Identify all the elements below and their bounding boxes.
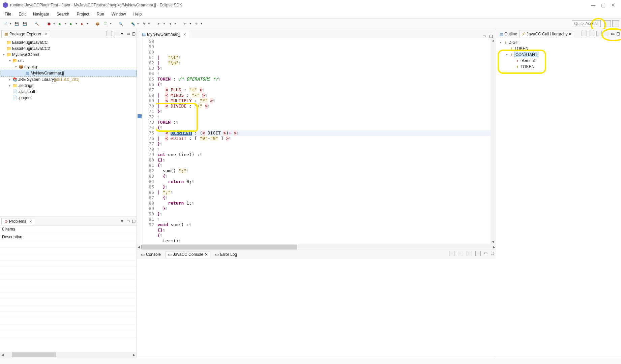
console-display-button[interactable] — [458, 251, 463, 256]
build-button[interactable]: 🔨 — [33, 20, 40, 27]
link-editor-button[interactable] — [114, 31, 119, 36]
collapse-all-button[interactable] — [107, 31, 112, 36]
console-tab-error-log[interactable]: ▭Error Log — [213, 251, 239, 257]
menu-edit[interactable]: Edit — [17, 11, 27, 17]
refresh-button[interactable] — [582, 31, 587, 36]
tree-item-essaipluginjavacc2[interactable]: 📁EssaiPluginJavaCC2 — [0, 46, 137, 52]
problems-column-description[interactable]: Description — [0, 233, 137, 241]
maximize-editor-button[interactable]: ▢ — [489, 34, 493, 38]
menu-project[interactable]: Project — [75, 11, 90, 17]
coverage-button[interactable]: ▶ — [68, 20, 75, 27]
console-tab-console[interactable]: ▭Console — [139, 251, 163, 257]
search-button[interactable]: 🔦 — [129, 20, 136, 27]
console-body[interactable]: ▭ ▢ — [137, 259, 496, 358]
minimize-view-button[interactable]: ▭ — [126, 219, 130, 223]
save-all-button[interactable]: 💾 — [21, 20, 28, 27]
maximize-view-button[interactable]: ▢ — [132, 219, 136, 223]
view-menu-button[interactable]: ▾ — [121, 219, 125, 223]
minimize-button[interactable]: — — [588, 2, 598, 8]
outline-item-token[interactable]: tTOKEN — [497, 46, 620, 52]
problems-icon: ⊘ — [4, 219, 8, 224]
menu-window[interactable]: Window — [110, 11, 127, 17]
maximize-view-button[interactable]: ▢ — [132, 31, 136, 35]
outline-item-constant[interactable]: ▾iCONSTANT — [497, 52, 620, 58]
maximize-button[interactable]: ▢ — [598, 2, 608, 8]
outline-tree[interactable]: ▾iDIGITtTOKEN▾iCONSTANTrelementtTOKEN — [496, 38, 621, 358]
maximize-outline-button[interactable]: ▢ — [616, 31, 620, 35]
save-button[interactable]: 💾 — [13, 20, 20, 27]
history-button[interactable] — [604, 31, 609, 36]
close-icon[interactable]: ✕ — [44, 32, 47, 36]
next-annotation-button[interactable]: ⇥ — [167, 20, 173, 27]
menu-help[interactable]: Help — [132, 11, 143, 17]
package-explorer-tree[interactable]: 📁EssaiPluginJavaCC📁EssaiPluginJavaCC2▾📁M… — [0, 38, 137, 216]
outline-tab[interactable]: ▤ Outline — [498, 31, 519, 37]
problems-tab[interactable]: ⊘ Problems ✕ — [1, 218, 35, 225]
console-open-button[interactable] — [467, 251, 472, 256]
menu-run[interactable]: Run — [95, 11, 106, 17]
title-bar: runtime-JavaCCPluginTest - Java - MyJava… — [0, 0, 621, 10]
minimize-view-button[interactable]: ▭ — [126, 31, 130, 35]
open-perspective-button[interactable] — [604, 20, 611, 27]
callee-button[interactable] — [589, 31, 594, 36]
tree-item-jre-system-library[interactable]: ▸📚JRE System Library [jdk1.8.0_281] — [0, 77, 137, 83]
open-type-button[interactable]: 🔍 — [117, 20, 124, 27]
problems-hscrollbar[interactable]: ◀ ▶ — [0, 352, 137, 358]
java-perspective-button[interactable] — [612, 20, 619, 27]
outline-header: ▤ Outline ☍ JavaCC Call Hierarchy ✕ ▭ ▢ — [496, 29, 621, 38]
outline-item-element[interactable]: relement — [497, 58, 620, 64]
close-icon[interactable]: ✕ — [183, 32, 186, 37]
code-editor[interactable]: 5859606162636465666768697071727374757677… — [137, 38, 496, 244]
code-content[interactable]: | "\t"¶| "\n"¶}¶¶TOKEN : /* OPERATORS */… — [156, 38, 491, 244]
caller-button[interactable] — [596, 31, 602, 36]
editor-vscrollbar[interactable]: ▲▼ — [491, 38, 496, 244]
view-menu-button[interactable]: ▾ — [121, 31, 125, 35]
menu-navigate[interactable]: Navigate — [32, 11, 50, 17]
outline-item-digit[interactable]: ▾iDIGIT — [497, 39, 620, 46]
close-icon[interactable]: ✕ — [29, 219, 32, 224]
maximize-console-button[interactable]: ▢ — [491, 251, 495, 255]
close-icon[interactable]: ✕ — [568, 32, 572, 36]
call-hierarchy-tab[interactable]: ☍ JavaCC Call Hierarchy ✕ — [519, 31, 574, 37]
annotate-button[interactable]: ✎ — [141, 20, 147, 27]
minimize-editor-button[interactable]: ▭ — [482, 34, 486, 38]
tree-item-my-pkg[interactable]: ▾📦my.pkg — [0, 64, 137, 70]
minimize-console-button[interactable]: ▭ — [484, 251, 488, 255]
tree-item--settings[interactable]: ▸📁.settings — [0, 83, 137, 89]
new-package-button[interactable]: 📦 — [94, 20, 101, 27]
status-bar — [0, 358, 621, 364]
close-button[interactable]: ✕ — [608, 2, 618, 8]
new-button[interactable]: 📄 — [2, 20, 9, 27]
problems-table[interactable] — [0, 241, 137, 337]
menu-search[interactable]: Search — [55, 11, 70, 17]
new-class-button[interactable]: Ⓒ — [102, 20, 109, 27]
tree-item-essaipluginjavacc[interactable]: 📁EssaiPluginJavaCC — [0, 39, 137, 46]
console-tab-javacc-console[interactable]: ▭JavaCC Console✕ — [166, 251, 210, 258]
prev-annotation-button[interactable]: ⇤ — [156, 20, 162, 27]
marker-bar[interactable] — [137, 38, 143, 244]
tree-item-src[interactable]: ▾📂src — [0, 58, 137, 64]
tree-item--project[interactable]: 📄.project — [0, 95, 137, 101]
run-button[interactable]: ▶ — [57, 20, 63, 27]
package-explorer-tab[interactable]: ▦ Package Explorer ✕ — [1, 31, 50, 37]
problems-count: 0 items — [0, 225, 137, 233]
editor-tab-mynewgrammar[interactable]: ▤ MyNewGrammar.jj ✕ — [139, 31, 189, 38]
back-button[interactable]: ⇦ — [182, 20, 188, 27]
ext-tools-button[interactable]: ▶ — [79, 20, 86, 27]
tree-item--classpath[interactable]: 📄.classpath — [0, 89, 137, 95]
forward-button[interactable]: ⇨ — [193, 20, 200, 27]
editor-hscrollbar[interactable]: ◀ ▶ — [137, 244, 496, 250]
line-number-gutter[interactable]: 5859606162636465666768697071727374757677… — [143, 38, 156, 244]
outline-icon: ▤ — [500, 32, 503, 36]
tree-item-mynewgrammar-jj[interactable]: ▤MyNewGrammar.jj — [0, 70, 137, 77]
quick-access-input[interactable]: Quick Access — [572, 20, 601, 27]
menu-file[interactable]: File — [3, 11, 12, 17]
file-icon: ▤ — [142, 32, 146, 37]
console-clear-button[interactable] — [475, 251, 481, 256]
outline-item-token[interactable]: tTOKEN — [497, 64, 620, 70]
minimize-outline-button[interactable]: ▭ — [611, 31, 615, 35]
tree-item-myjavacctest[interactable]: ▾📁MyJavaCCTest — [0, 52, 137, 58]
debug-button[interactable]: 🐞 — [46, 20, 52, 27]
console-pin-button[interactable] — [449, 251, 454, 256]
close-icon[interactable]: ✕ — [205, 252, 208, 257]
